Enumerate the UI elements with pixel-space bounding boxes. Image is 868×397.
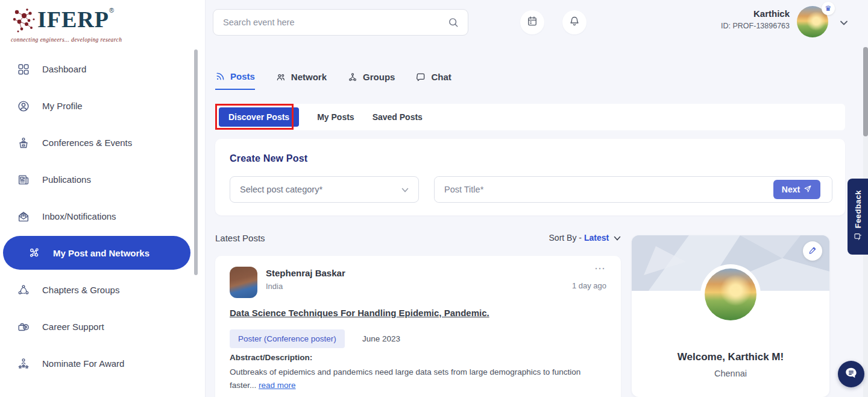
- post-card: Stephenraj Baskar India ⋯ 1 day ago Data…: [215, 256, 621, 397]
- post-abstract-label: Abstract/Description:: [230, 353, 312, 362]
- sidebar-scrollbar[interactable]: [194, 49, 198, 275]
- user-menu-chevron-down-icon[interactable]: [839, 18, 849, 29]
- subtab-discover-posts[interactable]: Discover Posts: [219, 107, 299, 127]
- profile-avatar-ring: [700, 264, 761, 325]
- feedback-tab[interactable]: Feedback: [848, 179, 868, 255]
- profile-location: Chennai: [632, 369, 829, 378]
- create-post-heading: Create New Post: [230, 153, 307, 164]
- bell-icon: [568, 15, 580, 30]
- latest-posts-heading: Latest Posts: [215, 233, 265, 243]
- sort-by-control[interactable]: Sort By - Latest: [542, 233, 621, 243]
- subtab-saved-posts[interactable]: Saved Posts: [373, 112, 423, 122]
- sidebar-nav: Dashboard My Profile: [0, 51, 206, 382]
- tab-groups[interactable]: Groups: [347, 71, 395, 90]
- sidebar-item-dashboard[interactable]: Dashboard: [0, 51, 206, 87]
- sidebar-item-label: Chapters & Groups: [42, 285, 119, 295]
- post-options-menu-icon[interactable]: ⋯: [594, 262, 606, 275]
- post-date: June 2023: [362, 334, 400, 343]
- post-category-placeholder: Select post category*: [240, 185, 322, 194]
- edit-profile-button[interactable]: [803, 241, 822, 261]
- brand-logo[interactable]: IFERP® connecting engineers... developin…: [11, 6, 180, 43]
- next-button[interactable]: Next: [773, 180, 820, 199]
- iferp-network-logo-icon: [11, 6, 37, 36]
- post-title-field: [434, 176, 832, 203]
- sort-by-label: Sort By -: [549, 233, 582, 243]
- read-more-link[interactable]: read more: [259, 381, 296, 390]
- search-icon[interactable]: [447, 16, 468, 28]
- post-category-select[interactable]: Select post category*: [230, 176, 419, 203]
- page-scrollbar-thumb[interactable]: [863, 47, 868, 136]
- sidebar-item-label: Inbox/Notifications: [42, 211, 116, 221]
- sidebar-item-my-profile[interactable]: My Profile: [0, 87, 206, 124]
- user-id: ID: PROF-13896763: [681, 22, 790, 30]
- subtab-my-posts[interactable]: My Posts: [317, 112, 354, 122]
- sidebar-item-label: My Profile: [42, 101, 83, 111]
- newspaper-icon: [16, 173, 31, 187]
- sidebar-item-career-support[interactable]: Career Support: [0, 308, 206, 345]
- chat-fab-icon: [844, 366, 858, 383]
- profile-avatar-image[interactable]: [705, 268, 756, 320]
- profile-welcome-card: Welcome, Karthick M! Chennai: [632, 235, 829, 397]
- brand-tagline: connecting engineers... developing resea…: [11, 37, 180, 43]
- notifications-button[interactable]: [562, 10, 587, 34]
- podium-icon: [16, 136, 31, 150]
- sidebar-item-my-post-and-networks[interactable]: My Post and Networks: [3, 236, 190, 270]
- calendar-button[interactable]: [520, 10, 544, 34]
- tab-label: Posts: [230, 71, 255, 81]
- sidebar-item-publications[interactable]: Publications: [0, 161, 206, 198]
- sidebar-item-nominate-for-award[interactable]: Nominate For Award: [0, 345, 206, 382]
- dashboard-grid-icon: [16, 62, 31, 77]
- pencil-icon: [808, 246, 817, 257]
- rss-icon: [215, 71, 225, 81]
- search-input[interactable]: [213, 17, 447, 27]
- post-title-link[interactable]: Data Science Techniques For Handling Epi…: [230, 308, 603, 318]
- tab-chat[interactable]: Chat: [415, 71, 451, 90]
- hierarchy-icon: [347, 72, 358, 83]
- envelope-icon: [16, 209, 31, 224]
- sidebar-item-label: Publications: [42, 174, 91, 185]
- post-author-location: India: [266, 282, 283, 291]
- chat-bubble-icon: [415, 72, 426, 83]
- sidebar-item-label: Conferences & Events: [42, 138, 132, 148]
- tab-posts[interactable]: Posts: [215, 71, 255, 90]
- sidebar-item-chapters-groups[interactable]: Chapters & Groups: [0, 272, 206, 308]
- app-root: IFERP® connecting engineers... developin…: [0, 0, 868, 397]
- post-author-name[interactable]: Stephenraj Baskar: [266, 268, 345, 278]
- post-timestamp: 1 day ago: [572, 281, 606, 290]
- tab-label: Network: [291, 72, 327, 82]
- posts-subtabs: Discover Posts My Posts Saved Posts: [215, 104, 845, 130]
- premium-crown-icon: ♛: [822, 2, 835, 15]
- sidebar-item-label: Career Support: [42, 322, 104, 332]
- sidebar-item-label: My Post and Networks: [53, 248, 149, 258]
- network-nodes-icon: [27, 246, 42, 260]
- award-person-icon: [16, 357, 31, 371]
- network-tabs: Posts Network Groups: [215, 71, 451, 90]
- people-icon: [275, 72, 286, 83]
- user-name: Karthick: [681, 8, 790, 19]
- profile-icon: [16, 99, 31, 113]
- sidebar-item-label: Dashboard: [42, 64, 86, 74]
- career-target-icon: [16, 320, 31, 334]
- create-post-card: Create New Post Select post category* Ne…: [215, 139, 845, 215]
- sidebar-item-label: Nominate For Award: [42, 358, 124, 369]
- sidebar-item-conferences-events[interactable]: Conferences & Events: [0, 124, 206, 161]
- groups-circle-icon: [16, 283, 31, 297]
- calendar-icon: [526, 15, 538, 30]
- sidebar: IFERP® connecting engineers... developin…: [0, 0, 206, 397]
- post-title-input[interactable]: [435, 177, 832, 202]
- sort-chevron-down-icon: [614, 233, 621, 243]
- post-author-avatar[interactable]: [230, 267, 257, 298]
- select-chevron-down-icon: [401, 184, 409, 195]
- user-info[interactable]: Karthick ID: PROF-13896763: [681, 8, 790, 30]
- feedback-label: Feedback: [854, 190, 863, 228]
- search-event-box: [213, 9, 468, 36]
- sidebar-item-inbox-notifications[interactable]: Inbox/Notifications: [0, 198, 206, 235]
- next-button-label: Next: [782, 185, 800, 194]
- post-category-badge: Poster (Conference poster): [230, 329, 345, 348]
- feedback-form-icon: [854, 232, 862, 243]
- sort-by-value: Latest: [584, 233, 609, 243]
- chat-fab-button[interactable]: [838, 361, 864, 387]
- welcome-message: Welcome, Karthick M!: [632, 351, 829, 363]
- tab-network[interactable]: Network: [275, 71, 327, 90]
- send-icon: [804, 185, 812, 195]
